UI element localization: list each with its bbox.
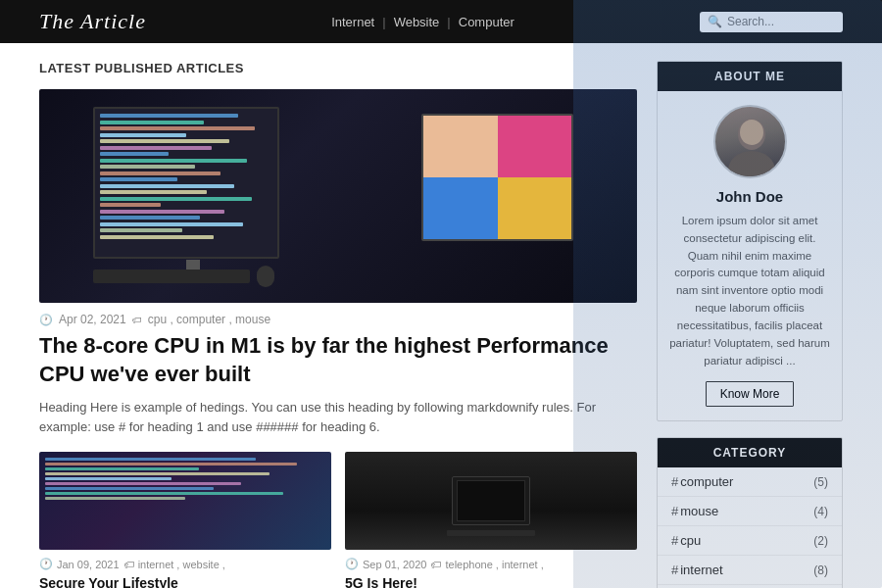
- featured-article: 🕐 Apr 02, 2021 🏷 cpu , computer , mouse …: [39, 89, 637, 436]
- main-nav: Internet | Website | Computer: [323, 15, 522, 29]
- secondary-image-2[interactable]: [345, 452, 637, 550]
- tag-icon-2: 🏷: [123, 559, 134, 570]
- nav-computer[interactable]: Computer: [451, 15, 522, 29]
- monitor-left: [93, 107, 279, 259]
- monitor-right: [421, 114, 573, 241]
- article-tag-icon: 🏷: [132, 315, 142, 325]
- article-tags: cpu , computer , mouse: [148, 313, 270, 326]
- secondary-card-1: 🕐 Jan 09, 2021 🏷 internet , website , Se…: [39, 452, 331, 588]
- article-date: Apr 02, 2021: [59, 313, 126, 326]
- content-area: LATEST PUBLISHED ARTICLES: [39, 61, 637, 588]
- card1-title[interactable]: Secure Your Lifestyle: [39, 574, 331, 588]
- site-logo[interactable]: The Article: [39, 9, 146, 34]
- card1-date: Jan 09, 2021: [57, 559, 120, 570]
- laptop-base: [447, 530, 535, 536]
- main-container: LATEST PUBLISHED ARTICLES: [0, 43, 882, 588]
- clock-icon: 🕐: [39, 314, 53, 326]
- laptop-body: [452, 476, 530, 525]
- clock-icon-3: 🕐: [345, 558, 359, 570]
- nav-internet[interactable]: Internet: [323, 15, 382, 29]
- card2-tags: telephone , internet ,: [445, 559, 543, 570]
- article-meta: 🕐 Apr 02, 2021 🏷 cpu , computer , mouse: [39, 313, 637, 326]
- mouse: [257, 266, 274, 287]
- card1-tags: internet , website ,: [138, 559, 225, 570]
- keyboard: [93, 270, 250, 283]
- clock-icon-2: 🕐: [39, 558, 53, 570]
- page-title: LATEST PUBLISHED ARTICLES: [39, 61, 637, 75]
- featured-article-excerpt: Heading Here is example of hedings. You …: [39, 398, 637, 436]
- nav-website[interactable]: Website: [386, 15, 448, 29]
- card2-date: Sep 01, 2020: [363, 559, 426, 570]
- secondary-articles: 🕐 Jan 09, 2021 🏷 internet , website , Se…: [39, 452, 637, 588]
- featured-article-title[interactable]: The 8-core CPU in M1 is by far the highe…: [39, 332, 637, 388]
- tag-icon-3: 🏷: [430, 559, 441, 570]
- secondary-meta-1: 🕐 Jan 09, 2021 🏷 internet , website ,: [39, 558, 331, 570]
- secondary-image-1[interactable]: [39, 452, 331, 550]
- featured-image[interactable]: [39, 89, 637, 303]
